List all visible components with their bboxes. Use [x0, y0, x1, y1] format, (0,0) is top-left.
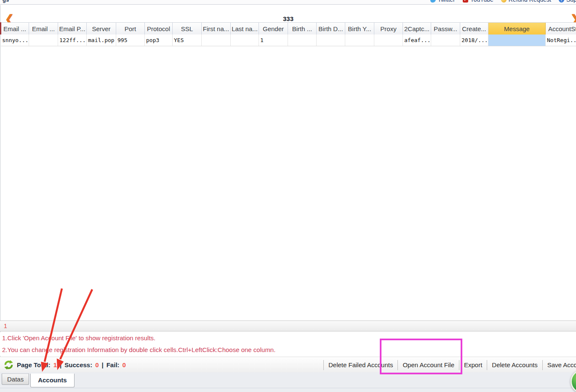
column-header-message[interactable]: Message [488, 23, 546, 35]
table-cell-server[interactable]: mail.pop [87, 34, 116, 46]
tab-accounts[interactable]: Accounts [30, 373, 74, 387]
fail-label: Fail: [107, 361, 120, 368]
table-cell-message[interactable] [488, 34, 546, 46]
table-header-row: Email ...Email ...Email P...ServerPortPr… [1, 22, 576, 34]
page-total-value: 1 [53, 361, 57, 368]
table-cell-birth[interactable] [288, 34, 317, 46]
column-header-create[interactable]: Create... [460, 23, 488, 35]
column-header-birth-y[interactable]: Birth Y... [345, 23, 374, 35]
status-bar: Page Total: 1|Success: 0|Fail: 0 Delete … [0, 357, 576, 372]
table-cell-first-na[interactable] [202, 34, 231, 46]
table-cell-email[interactable] [29, 34, 58, 46]
fail-value: 0 [123, 361, 126, 368]
column-header-proxy[interactable]: Proxy [374, 23, 403, 35]
export-button[interactable]: Export [459, 360, 487, 370]
page-number-strip[interactable]: 1 [0, 320, 576, 331]
table-cell-create[interactable]: 2018/... [460, 34, 488, 46]
tab-datas[interactable]: Datas [2, 373, 29, 385]
toplink-twitter[interactable]: Twitter [430, 0, 455, 3]
toplink-label: YouTube [470, 0, 493, 3]
instruction-line-1: 1.Click 'Open Account File' to show regi… [0, 332, 576, 344]
table-cell-protocol[interactable]: pop3 [145, 34, 173, 46]
column-header-passw[interactable]: Passw... [431, 23, 460, 35]
header-left-marker [0, 22, 1, 34]
refresh-icon[interactable] [3, 360, 14, 370]
column-header-gender[interactable]: Gender [259, 23, 288, 35]
separator: | [102, 361, 104, 368]
success-label: Success: [64, 361, 92, 368]
instruction-line-2: 2.You can change registration Informatio… [0, 344, 576, 356]
page-total-label: Page Total: [17, 361, 51, 368]
toplink-refund-request[interactable]: Refund Request [501, 0, 551, 3]
toplink-youtube[interactable]: YouTube [463, 0, 493, 3]
table-cell-passw[interactable] [431, 34, 460, 46]
open-account-file-button[interactable]: Open Account File [397, 360, 459, 370]
instructions-panel: 1.Click 'Open Account File' to show regi… [0, 332, 576, 356]
refund-icon [501, 0, 507, 3]
save-accounts-button[interactable]: Save Accounts [542, 360, 576, 370]
table-row: snnyo...122ff...mail.pop995pop3YES1afeaf… [1, 34, 576, 46]
column-header-email[interactable]: Email ... [1, 23, 29, 35]
tabbar-divider [0, 388, 576, 388]
table-cell-proxy[interactable] [374, 34, 403, 46]
top-chrome-bar: gs TwitterYouTubeRefund RequestSupport [0, 0, 576, 5]
table-cell-birth-y[interactable] [345, 34, 374, 46]
toplink-label: Twitter [438, 0, 455, 3]
bottom-tab-bar: DatasAccounts [0, 372, 576, 392]
table-cell-email-p[interactable]: 122ff... [58, 34, 87, 46]
column-header-birth-d[interactable]: Birth D... [317, 23, 345, 35]
table-cell-last-na[interactable] [231, 34, 259, 46]
table-cell-ssl[interactable]: YES [173, 34, 202, 46]
column-header-port[interactable]: Port [116, 23, 145, 35]
column-header-last-na[interactable]: Last na... [231, 23, 259, 35]
delete-failed-accounts-button[interactable]: Delete Failed Accounts [323, 360, 397, 370]
delete-accounts-button[interactable]: Delete Accounts [487, 360, 542, 370]
table-cell-port[interactable]: 995 [116, 34, 145, 46]
column-header-ssl[interactable]: SSL [173, 23, 202, 35]
table-cell-birth-d[interactable] [317, 34, 345, 46]
youtube-icon [463, 0, 468, 3]
record-counter: 333 [0, 15, 576, 22]
tabs: DatasAccounts [2, 373, 75, 387]
table-cell-2captc[interactable]: afeaf... [403, 34, 431, 46]
support-icon [559, 0, 564, 3]
column-header-email-p[interactable]: Email P... [58, 23, 87, 35]
table-cell-email[interactable]: snnyo... [1, 34, 29, 46]
column-header-birth[interactable]: Birth ... [288, 23, 317, 35]
toplink-label: Refund Request [509, 0, 551, 3]
toplink-support[interactable]: Support [559, 0, 576, 3]
column-header-server[interactable]: Server [87, 23, 116, 35]
table-cell-accountstatus[interactable]: NotRegi... [546, 34, 576, 46]
table-cell-gender[interactable]: 1 [259, 34, 288, 46]
status-summary: Page Total: 1|Success: 0|Fail: 0 [3, 357, 126, 373]
nav-row: ❮ 333 ❯ [0, 5, 576, 22]
top-links: TwitterYouTubeRefund RequestSupport [430, 0, 576, 3]
twitter-icon [430, 0, 436, 3]
column-header-email[interactable]: Email ... [29, 23, 58, 35]
account-toolbar: Delete Failed AccountsOpen Account FileE… [323, 357, 576, 373]
column-header-protocol[interactable]: Protocol [145, 23, 173, 35]
separator: | [60, 361, 61, 368]
clipped-menu-text: gs [3, 0, 9, 3]
success-value: 0 [95, 361, 99, 368]
column-header-first-na[interactable]: First na... [202, 23, 231, 35]
panel-left-border [0, 5, 0, 372]
column-header-2captc[interactable]: 2Captc... [403, 23, 431, 35]
column-header-accountstatus[interactable]: AccountStatus [546, 23, 576, 35]
toplink-label: Support [566, 0, 576, 3]
